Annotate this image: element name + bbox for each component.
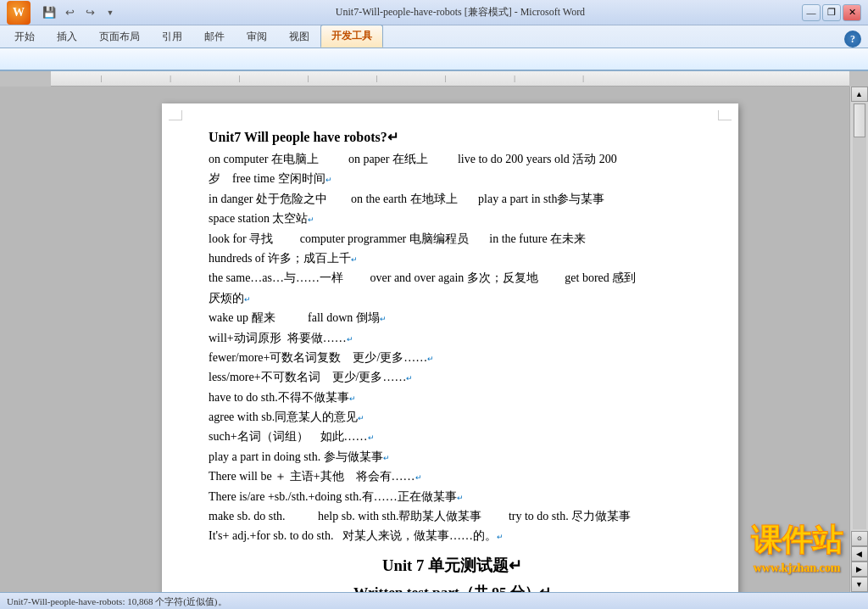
scroll-up-button[interactable]: ▲: [851, 87, 868, 102]
vocab-line-15: such+名词（词组） 如此……↵: [209, 427, 696, 446]
vocab-line-18: There is/are +sb./sth.+doing sth.有……正在做某…: [209, 488, 696, 506]
title-bar-left: W 💾 ↩ ↪ ▼: [7, 1, 119, 25]
redo-button[interactable]: ↪: [81, 4, 98, 21]
vocab-line-3: in danger 处于危险之中 on the earth 在地球上 play …: [209, 190, 696, 209]
tab-references[interactable]: 引用: [151, 25, 193, 47]
vocab-line-5: look for 寻找 computer programmer 电脑编程员 in…: [209, 230, 696, 249]
scroll-thumb[interactable]: [854, 103, 865, 137]
vocab-line-6: hundreds of 许多；成百上千↵: [209, 249, 696, 268]
vertical-scrollbar[interactable]: ▲ ⊙ ◀ ▶ ▼: [849, 87, 868, 592]
select-browse-button[interactable]: ⊙: [851, 531, 868, 546]
vocab-line-12: less/more+不可数名词 更少/更多……↵: [209, 368, 696, 387]
window-title: Unit7-Will-people-have-robots [兼容模式] - M…: [119, 5, 802, 20]
window-controls: — ❐ ✕: [802, 4, 861, 21]
title-bar: W 💾 ↩ ↪ ▼ Unit7-Will-people-have-robots …: [0, 0, 868, 25]
vocab-line-9: wake up 醒来 fall down 倒塌↵: [209, 309, 696, 327]
tab-review[interactable]: 审阅: [236, 25, 278, 47]
ribbon-tabs: 开始 插入 页面布局 引用 邮件 审阅 视图 开发工具 ?: [0, 25, 868, 47]
vocab-line-8: 厌烦的↵: [209, 289, 696, 308]
tab-home[interactable]: 开始: [3, 25, 46, 47]
vocab-line-10: will+动词原形 将要做……↵: [209, 329, 696, 348]
vocab-line-20: It's+ adj.+for sb. to do sth. 对某人来说，做某事……: [209, 527, 696, 545]
vocab-line-7: the same…as…与……一样 over and over again 多次…: [209, 269, 696, 288]
vocab-line-2: 岁 free time 空闲时间↵: [209, 170, 696, 188]
save-button[interactable]: 💾: [41, 4, 58, 21]
section-title: Unit 7 单元测试题↵: [209, 555, 696, 577]
minimize-button[interactable]: —: [802, 4, 821, 21]
restore-button[interactable]: ❐: [822, 4, 841, 21]
tab-developer[interactable]: 开发工具: [320, 25, 383, 47]
office-logo: W: [7, 1, 31, 25]
tab-mailings[interactable]: 邮件: [193, 25, 236, 47]
scroll-down-button[interactable]: ▼: [851, 577, 868, 592]
status-bar: Unit7-Will-people-have-robots: 10,868 个字…: [0, 592, 868, 609]
written-test-title: Written test part（共 95 分）↵: [209, 582, 696, 592]
vocab-line-13: have to do sth.不得不做某事↵: [209, 388, 696, 407]
vocab-line-11: fewer/more+可数名词复数 更少/更多……↵: [209, 349, 696, 367]
tab-insert[interactable]: 插入: [46, 25, 88, 47]
left-gutter: [0, 87, 51, 592]
vocab-line-16: play a part in doing sth. 参与做某事↵: [209, 448, 696, 467]
watermark-line2: www.kjzhan.com: [751, 562, 843, 575]
quick-access-toolbar: 💾 ↩ ↪ ▼: [41, 4, 119, 21]
ribbon: 开始 插入 页面布局 引用 邮件 审阅 视图 开发工具 ?: [0, 25, 868, 71]
document-title: Unit7 Will people have robots?↵: [209, 129, 696, 145]
ruler: ||||||||: [51, 71, 849, 87]
vocab-line-14: agree with sb.同意某人的意见↵: [209, 408, 696, 427]
vocab-line-4: space station 太空站↵: [209, 210, 696, 228]
tab-page-layout[interactable]: 页面布局: [88, 25, 151, 47]
next-page-button[interactable]: ▶: [851, 562, 868, 577]
close-button[interactable]: ✕: [843, 4, 861, 21]
vocab-line-17: There will be ＋ 主语+其他 将会有……↵: [209, 467, 696, 486]
document-area: Unit7 Will people have robots?↵ on compu…: [51, 87, 849, 592]
undo-button[interactable]: ↩: [61, 4, 78, 21]
customize-button[interactable]: ▼: [102, 4, 119, 21]
vocab-line-1: on computer 在电脑上 on paper 在纸上 live to do…: [209, 150, 696, 169]
scroll-icons: ⊙ ◀ ▶ ▼: [851, 531, 868, 592]
watermark-line1: 课件站: [751, 520, 843, 562]
scroll-track[interactable]: [853, 103, 866, 529]
tab-view[interactable]: 视图: [278, 25, 320, 47]
help-button[interactable]: ?: [844, 31, 861, 47]
document-page: Unit7 Will people have robots?↵ on compu…: [162, 103, 738, 592]
status-text: Unit7-Will-people-have-robots: 10,868 个字…: [7, 595, 227, 608]
vocab-line-19: make sb. do sth. help sb. with sth.帮助某人做…: [209, 507, 696, 526]
watermark: 课件站 www.kjzhan.com: [751, 520, 843, 575]
prev-page-button[interactable]: ◀: [851, 546, 868, 562]
